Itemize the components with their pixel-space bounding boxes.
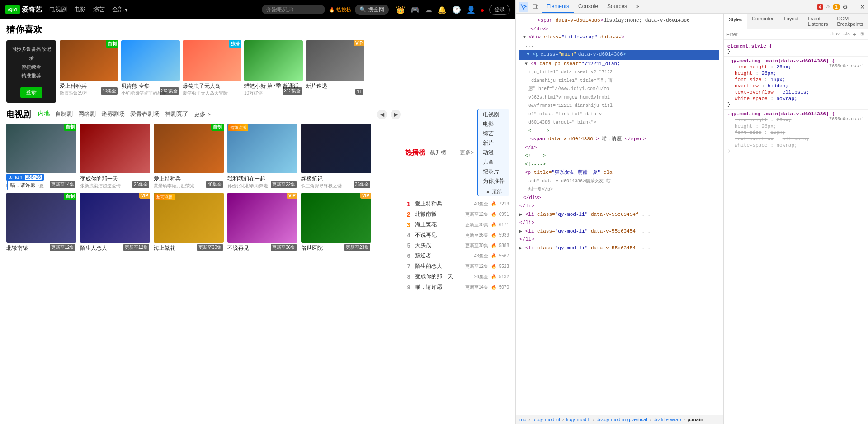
hot-item-9[interactable]: 9 喵，请许愿 更新至14集 🔥 5070 — [405, 282, 509, 292]
html-line-5h[interactable]: d6014386 target="_blank"> — [519, 118, 719, 127]
html-line-p-sub2[interactable]: sub" data-v-d6014386>猫系女友 萌 — [519, 177, 719, 186]
hot-cat-anime[interactable]: 动漫 — [481, 148, 506, 157]
clock-icon[interactable]: 🕐 — [452, 5, 461, 14]
html-line-comment1[interactable]: <!----> — [519, 127, 719, 135]
crown-icon[interactable]: 👑 — [396, 5, 405, 14]
tab-miwu[interactable]: 迷雾剧场 — [101, 110, 125, 119]
hot-tab-piaosheng[interactable]: 飙升榜 — [430, 149, 446, 157]
html-line-5[interactable]: ▼ <a data-pb rseat="712211_dian; — [519, 60, 719, 68]
login-button[interactable]: 登录 — [489, 5, 510, 15]
bc-p-main[interactable]: p.main — [687, 417, 703, 422]
prev-btn[interactable]: ◀ — [377, 110, 387, 119]
html-line-li3[interactable]: ▶ <li class="qy-mod-li" data-v-55c63454f… — [519, 227, 719, 236]
hot-cat-foryou[interactable]: 为你推荐 — [481, 176, 506, 186]
hot-cat-variety[interactable]: 综艺 — [481, 129, 506, 138]
hot-cat-newfilm[interactable]: 新片 — [481, 138, 506, 148]
tab-aiqingchun[interactable]: 爱青春剧场 — [130, 110, 160, 119]
style-tab-dom[interactable]: DOM Breakpoints — [832, 14, 868, 29]
html-line-5d[interactable]: 愿" href="//www.iqiyi.com/u/zo — [519, 85, 719, 93]
toggle-style-icon[interactable]: ⊞ — [859, 31, 865, 38]
filter-input[interactable] — [726, 32, 830, 37]
hot-item-6[interactable]: 6 叛逆者 43集全 🔥 5567 — [405, 251, 509, 261]
nav-tv[interactable]: 电视剧 — [49, 5, 67, 14]
html-line-close-li[interactable]: </li> — [519, 202, 719, 210]
hot-item-1[interactable]: 1 爱上特种兵 40集全 🔥 7219 — [405, 199, 509, 209]
tab-more[interactable]: 更多 > — [194, 110, 211, 119]
html-line-close-a[interactable]: </a> — [519, 143, 719, 152]
nav-variety[interactable]: 综艺 — [93, 5, 105, 14]
bc-div-title[interactable]: div.title-wrap — [653, 417, 681, 422]
tab-elements[interactable]: Elements — [542, 0, 574, 13]
drama-card-3[interactable]: 自制 40集全 爱上特种兵 黄景瑜李沁共赴荣光 — [154, 124, 224, 189]
drama-card-8[interactable]: 超前点播 更新至30集 海上繁花 — [154, 193, 224, 252]
hot-more-link[interactable]: 更多> — [460, 149, 474, 157]
tab-neidi[interactable]: 内地 — [38, 110, 50, 119]
nav-all[interactable]: 全部 ▾ — [112, 5, 128, 14]
hot-cat-movie[interactable]: 电影 — [481, 119, 506, 129]
hot-item-7[interactable]: 7 陌生的恋人 更新至12集 🔥 5523 — [405, 261, 509, 272]
style-tab-computed[interactable]: Computed — [747, 14, 779, 29]
html-line-5c[interactable]: _dianshiju_title1" title="喵；请 — [519, 76, 719, 85]
drama-card-10[interactable]: VIP 更新至23集 俗世医院 — [301, 193, 371, 252]
tab-console[interactable]: Console — [574, 0, 603, 13]
hot-item-8[interactable]: 8 变成你的那一天 26集全 🔥 5132 — [405, 272, 509, 282]
html-line-4[interactable]: ... — [519, 42, 719, 50]
rec-login-btn[interactable]: 登录 — [20, 87, 42, 98]
movie-card-5[interactable]: VIP 1T 新片速递 — [306, 40, 364, 103]
hot-item-5[interactable]: 5 大决战 更新至30集 🔥 5888 — [405, 240, 509, 251]
drama-card-9[interactable]: VIP 更新至36集 不说再见 — [227, 193, 297, 252]
kebab-icon[interactable]: ⋮ — [851, 3, 857, 10]
html-line-5f[interactable]: 0&vfrmrst=712211_dianshiju_titl — [519, 101, 719, 110]
add-style-icon[interactable]: + — [853, 31, 856, 38]
close-devtools-icon[interactable]: ✕ — [860, 3, 865, 10]
html-line-close-div[interactable]: </div> — [519, 194, 719, 202]
html-line-comment3[interactable]: <!----> — [519, 160, 719, 169]
tab-more[interactable]: » — [632, 0, 644, 13]
hot-item-2[interactable]: 2 北辙南辙 更新至12集 🔥 6951 — [405, 209, 509, 219]
bc-li[interactable]: li.qy-mod-li — [566, 417, 590, 422]
style-tab-styles[interactable]: Styles — [724, 14, 747, 29]
html-line-close-li2[interactable]: </li> — [519, 219, 719, 227]
bc-ul[interactable]: ul.qy-mod-ul — [533, 417, 560, 422]
style-tab-events[interactable]: Event Listeners — [803, 14, 833, 29]
style-tab-layout[interactable]: Layout — [779, 14, 803, 29]
drama-card-7[interactable]: VIP 更新至12集 陌生人恋人 — [80, 193, 150, 252]
html-line-2[interactable]: </div> — [519, 25, 719, 33]
html-line-p-sub[interactable]: <p title="猫系女友 萌甜一夏" cla — [519, 168, 719, 177]
html-line-p-sub3[interactable]: 甜一夏</p> — [519, 185, 719, 194]
class-filter-icon[interactable]: .cls — [842, 31, 850, 38]
bell-icon[interactable]: 🔔 — [438, 5, 447, 14]
hot-item-4[interactable]: 4 不说再见 更新至36集 🔥 5939 — [405, 230, 509, 240]
movie-card-1[interactable]: 自制 40集全 爱上种种兵 微博热议39万 — [60, 40, 118, 103]
movie-card-4[interactable]: 312集全 蜡笔小新 第7季 普通话 10万好评 — [244, 40, 303, 103]
tab-shen[interactable]: 神剧亮了 — [165, 110, 189, 119]
html-line-close-li3[interactable]: </li> — [519, 235, 719, 244]
html-line-1[interactable]: <span data-v-d6014386>display:none; data… — [519, 16, 719, 25]
device-tool[interactable] — [530, 2, 540, 12]
movie-card-3[interactable]: 独播 爆笑虫子无人岛 爆笑虫子无人岛大冒险 — [183, 40, 241, 103]
search-input[interactable] — [266, 6, 321, 13]
drama-card-1[interactable]: 自制 更新至14集 p.main 186×26 喵，请许愿 喵，请许愿 — [6, 124, 76, 189]
settings-icon[interactable]: ⚙ — [842, 3, 848, 10]
upload-icon[interactable]: ☁ — [425, 5, 432, 14]
html-line-5g[interactable]: e1" class="link-txt" data-v- — [519, 110, 719, 119]
cursor-tool[interactable] — [519, 2, 528, 12]
html-line-li2[interactable]: ▶ <li class="qy-mod-li" data-v-55c63454f… — [519, 210, 719, 219]
html-line-comment2[interactable]: <!----> — [519, 152, 719, 160]
hot-cat-tv[interactable]: 电视剧 — [481, 110, 506, 119]
drama-card-2[interactable]: 26集全 变成你的那一天 张新成梁洁超逆爱情 — [80, 124, 150, 189]
hover-filter-icon[interactable]: :hov — [830, 31, 840, 38]
html-line-5b[interactable]: iju_title1" data-rseat-v2="7122 — [519, 68, 719, 76]
tab-wangluo[interactable]: 网络剧 — [78, 110, 96, 119]
html-line-3[interactable]: ▼ <div class="title-wrap" data-v-> — [519, 33, 719, 42]
next-btn[interactable]: ▶ — [391, 110, 401, 119]
drama-card-6[interactable]: 自制 更新至12集 北辙南辕 — [6, 193, 76, 252]
hot-cat-doc[interactable]: 纪录片 — [481, 167, 506, 176]
bc-div-img[interactable]: div.qy-mod-img.vertical — [596, 417, 647, 422]
drama-card-5[interactable]: 36集全 终极笔记 铁三角探寻终极之谜 — [301, 124, 371, 189]
scroll-top-btn[interactable]: ▲ 顶部 — [481, 187, 506, 195]
tab-zhizhi[interactable]: 自制剧 — [55, 110, 73, 119]
tab-sources[interactable]: Sources — [603, 0, 632, 13]
hot-search[interactable]: 🔥 热搜榜 — [329, 6, 351, 13]
user-icon[interactable]: 👤 — [467, 5, 476, 14]
